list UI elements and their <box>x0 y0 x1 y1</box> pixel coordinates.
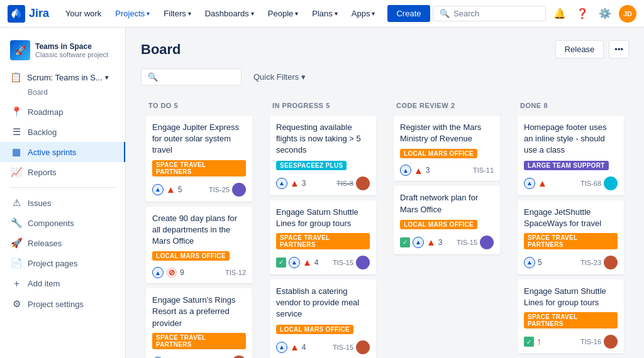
sidebar-item-project-settings[interactable]: ⚙ Project settings <box>0 294 125 314</box>
card[interactable]: Engage Jupiter Express for outer solar s… <box>146 116 252 202</box>
settings-button[interactable]: ⚙️ <box>596 5 614 23</box>
sidebar-item-reports[interactable]: 📈 Reports <box>0 162 125 182</box>
card-avatar <box>604 256 618 269</box>
nav-filters[interactable]: Filters ▾ <box>157 6 197 21</box>
sidebar-item-issues[interactable]: ⚠ Issues <box>0 193 125 213</box>
card-footer-right: TIS-12 <box>225 269 246 276</box>
release-button[interactable]: Release <box>555 40 604 58</box>
column-code-review: CODE REVIEW 2 Register with the Mars Min… <box>389 95 505 266</box>
card-footer-right: TIS-11 <box>473 166 494 174</box>
issues-icon: ⚠ <box>10 197 23 209</box>
board-header: Board Release ••• <box>141 40 629 58</box>
nav-projects[interactable]: Projects ▾ <box>109 6 156 21</box>
card-story-icon: ▲ <box>276 342 287 353</box>
card-avatar <box>356 176 370 190</box>
card-footer-left: ▲▲5 <box>152 184 182 195</box>
card-tag: LOCAL MARS OFFICE <box>152 251 230 261</box>
project-info: Teams in Space Classic software project <box>35 42 115 58</box>
sidebar-item-add-item[interactable]: ＋ Add item <box>0 273 125 294</box>
card[interactable]: Engage Saturn Shuttle Lines for group to… <box>518 279 624 354</box>
sidebar-scrum-header[interactable]: 📋 Scrum: Teams in S... ▾ <box>0 68 125 87</box>
search-icon: 🔍 <box>440 9 450 18</box>
sidebar-item-roadmap[interactable]: 📍 Roadmap <box>0 102 125 122</box>
card-id: TIS-8 <box>336 180 353 187</box>
card-footer-right: TIS-16 <box>580 335 618 349</box>
plans-chevron: ▾ <box>335 10 338 17</box>
card-title: Establish a catering vendor to provide m… <box>276 286 370 320</box>
reports-icon: 📈 <box>10 166 23 178</box>
nav-people[interactable]: People ▾ <box>262 6 304 21</box>
card-footer: ▲▲3 TIS-11 <box>400 165 494 176</box>
card-title: Draft network plan for Mars Office <box>400 192 494 215</box>
card[interactable]: Draft network plan for Mars Office LOCAL… <box>394 186 500 254</box>
column-done: DONE 8 Homepage footer uses an inline st… <box>513 95 629 358</box>
card-footer: ▲▲5 TIS-25 <box>152 183 246 197</box>
card-footer: ✓▲▲4 TIS-15 <box>276 256 370 269</box>
sidebar-item-backlog[interactable]: ☰ Backlog <box>0 122 125 142</box>
card-story-icon: ▲ <box>524 178 535 189</box>
card-avatar <box>480 236 494 249</box>
card-count: 9 <box>180 268 184 277</box>
board-search[interactable]: 🔍 <box>141 68 242 85</box>
card-tag: SPACE TRAVEL PARTNERS <box>276 233 370 249</box>
nav-apps[interactable]: Apps ▾ <box>345 6 382 21</box>
priority-high-icon: ▲ <box>538 178 547 188</box>
card[interactable]: Create 90 day plans for all departments … <box>146 207 252 284</box>
card-footer-right: TIS-68 <box>580 176 618 190</box>
card-check-icon: ✓ <box>400 237 410 247</box>
card-tag: SPACE TRAVEL PARTNERS <box>524 233 618 249</box>
card-footer-right: TIS-25 <box>209 183 246 197</box>
releases-icon: 🚀 <box>10 237 23 249</box>
card[interactable]: Register with the Mars Ministry of Reven… <box>394 116 500 181</box>
card-footer: ▲▲ TIS-68 <box>524 176 618 190</box>
card-footer-right: TIS-8 <box>336 176 370 190</box>
card-id: TIS-15 <box>457 239 477 246</box>
card[interactable]: Requesting available flights is now taki… <box>270 116 376 195</box>
board-title: Board <box>141 41 181 58</box>
sidebar-item-releases[interactable]: 🚀 Releases <box>0 233 125 253</box>
help-button[interactable]: ❓ <box>574 5 591 23</box>
card-avatar <box>356 340 370 354</box>
card-tag: SPACE TRAVEL PARTNERS <box>524 312 618 328</box>
card-story-icon: ▲ <box>276 178 287 189</box>
project-type: Classic software project <box>35 51 115 58</box>
sidebar-item-project-pages[interactable]: 📄 Project pages <box>0 253 125 273</box>
card[interactable]: Engage Saturn Shuttle Lines for group to… <box>270 200 376 274</box>
more-options-button[interactable]: ••• <box>609 40 629 58</box>
sidebar-project: 🚀 Teams in Space Classic software projec… <box>0 35 125 68</box>
card-footer-right: TIS-15 <box>333 256 370 269</box>
nav-your-work[interactable]: Your work <box>59 6 108 21</box>
sidebar-item-components[interactable]: 🔧 Components <box>0 213 125 233</box>
card[interactable]: Establish a catering vendor to provide m… <box>270 279 376 358</box>
nav-plans[interactable]: Plans ▾ <box>306 6 344 21</box>
sidebar-item-active-sprints[interactable]: ▦ Active sprints <box>0 142 125 162</box>
card-count: 3 <box>302 179 306 188</box>
logo[interactable]: Jira <box>8 5 49 23</box>
notifications-button[interactable]: 🔔 <box>551 5 569 23</box>
card-tag: SPACE TRAVEL PARTNERS <box>152 160 246 176</box>
filters-chevron: ▾ <box>188 10 191 17</box>
card[interactable]: Homepage footer uses an inline style - s… <box>518 116 624 195</box>
column-header-code-review: CODE REVIEW 2 <box>394 102 500 116</box>
card-arrow-icon: ↑ <box>536 336 541 347</box>
roadmap-icon: 📍 <box>10 106 23 117</box>
project-pages-icon: 📄 <box>10 258 23 269</box>
card[interactable]: Engage Saturn's Rings Resort as a prefer… <box>146 288 252 358</box>
card-count: 5 <box>178 185 182 194</box>
board-header-right: Release ••• <box>555 40 629 58</box>
card-cancel-icon: ⊘ <box>166 267 177 278</box>
search-bar[interactable]: 🔍 Search <box>433 6 546 21</box>
components-icon: 🔧 <box>10 217 23 229</box>
nav-dashboards[interactable]: Dashboards ▾ <box>199 6 260 21</box>
card-footer-left: ▲▲ <box>524 178 547 189</box>
card-avatar <box>604 335 618 349</box>
card-id: TIS-11 <box>473 166 494 174</box>
user-avatar[interactable]: JD <box>619 5 636 23</box>
card-id: TIS-16 <box>580 338 601 345</box>
create-button[interactable]: Create <box>387 5 430 22</box>
quick-filters-button[interactable]: Quick Filters ▾ <box>247 68 313 85</box>
card-story-icon: ▲ <box>400 165 411 176</box>
card[interactable]: Engage JetShuttle SpaceWays for travel S… <box>518 200 624 274</box>
card-count: 4 <box>314 258 319 267</box>
card-title: Homepage footer uses an inline style - s… <box>524 122 618 156</box>
